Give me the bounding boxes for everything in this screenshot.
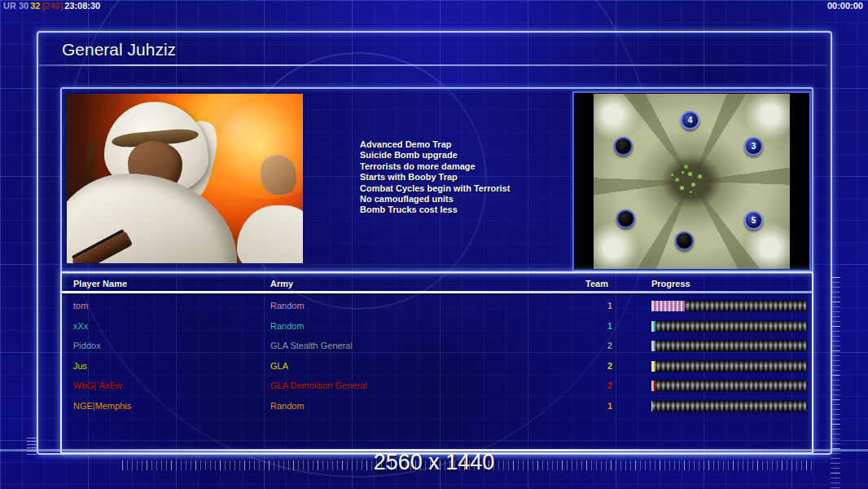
player-army: GLA [270, 361, 288, 371]
hud-fps: 32 [30, 1, 40, 11]
header-divider [62, 291, 812, 293]
hud-clock: 23:08:30 [64, 1, 100, 11]
progress-fill [652, 301, 685, 311]
progress-bar [651, 321, 806, 332]
hud-fps-cap: [240] [42, 1, 63, 11]
hud-stats: UR 3032[240]23:08:30 [3, 1, 102, 11]
column-header-team: Team [585, 279, 608, 289]
player-team: 1 [590, 401, 630, 411]
map-spawn-marker-5: 5 [744, 211, 763, 230]
player-team: 2 [590, 341, 630, 350]
player-army: Random [270, 321, 305, 331]
column-header-army: Army [270, 279, 293, 289]
hud-session: UR 30 [3, 1, 28, 11]
player-name: Jus [73, 361, 87, 371]
map-spawn-marker-empty [675, 231, 694, 250]
map-preview: 4 3 5 [572, 91, 811, 271]
player-name: WbG|`AxEw [73, 381, 122, 390]
column-header-progress: Progress [651, 279, 690, 289]
progress-bar [651, 401, 806, 412]
bonus-item: Combat Cycles begin with Terrorist [360, 183, 510, 194]
bonus-item: Suicide Bomb upgrade [360, 150, 510, 161]
table-row: WbG|`AxEw GLA Demolition General 2 [62, 376, 812, 396]
table-row: Piddox GLA Stealth General 2 [62, 336, 812, 356]
bonus-item: Bomb Trucks cost less [360, 205, 510, 215]
ruler-right [831, 277, 840, 489]
player-name: xXx [73, 321, 88, 331]
player-army: GLA Demolition General [270, 381, 367, 390]
player-name: NGE|Memphis [73, 401, 131, 411]
progress-bar [651, 361, 806, 372]
player-name: tom [73, 301, 88, 311]
player-army: GLA Stealth General [270, 341, 353, 350]
table-row: Jus GLA 2 [62, 356, 812, 377]
bonus-item: Starts with Booby Trap [360, 172, 510, 183]
progress-bar [651, 341, 806, 351]
player-rows: tom Random 1 xXx Random 1 Piddox GLA Ste… [62, 296, 812, 416]
column-header-player-name: Player Name [73, 279, 127, 289]
ruler-bottom [122, 460, 816, 470]
progress-bar [651, 301, 806, 311]
map-spawn-marker-4: 4 [681, 111, 699, 130]
portrait-sleeve [237, 205, 303, 263]
general-portrait [67, 94, 303, 263]
map-spawn-marker-empty [614, 137, 633, 156]
map-spawn-marker-3: 3 [744, 137, 763, 156]
match-timer: 00:00:00 [827, 1, 863, 11]
player-army: Random [270, 401, 305, 411]
player-team: 1 [590, 321, 630, 331]
table-row: NGE|Memphis Random 1 [62, 396, 812, 416]
bonus-item: No camouflaged units [360, 194, 510, 205]
table-row: tom Random 1 [62, 296, 812, 316]
map-spawn-marker-empty [616, 209, 635, 228]
table-row: xXx Random 1 [62, 316, 812, 337]
player-team: 2 [590, 361, 630, 371]
ruler-left [27, 438, 37, 457]
progress-fill [652, 321, 655, 332]
player-team: 1 [590, 301, 630, 311]
player-name: Piddox [73, 341, 101, 350]
page-title: General Juhziz [62, 40, 176, 59]
bonus-item: Terrorists do more damage [360, 161, 510, 172]
player-army: Random [270, 301, 305, 311]
progress-fill [652, 341, 655, 351]
progress-fill [652, 381, 655, 391]
progress-fill [652, 361, 655, 372]
players-table: Player Name Army Team Progress tom Rando… [60, 271, 813, 454]
bonus-item: Advanced Demo Trap [360, 139, 510, 150]
player-team: 2 [590, 381, 630, 390]
map-center-units [682, 171, 684, 174]
loading-screen: UR 3032[240]23:08:30 00:00:00 General Ju… [0, 0, 868, 489]
general-bonus-list: Advanced Demo Trap Suicide Bomb upgrade … [360, 139, 510, 216]
progress-bar [651, 381, 806, 391]
title-divider [38, 64, 827, 66]
